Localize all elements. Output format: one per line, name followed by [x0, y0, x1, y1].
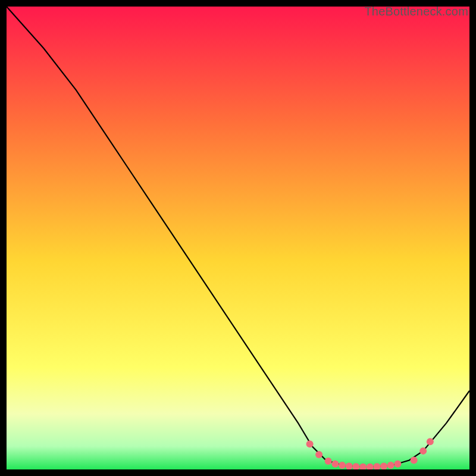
- curve-marker: [387, 462, 394, 469]
- curve-marker: [394, 461, 401, 468]
- curve-marker: [346, 463, 353, 469]
- chart-background: [7, 7, 469, 469]
- chart-frame: TheBottleneck.com: [7, 7, 469, 469]
- curve-marker: [306, 440, 314, 447]
- curve-marker: [315, 451, 322, 458]
- curve-marker: [419, 447, 427, 455]
- curve-marker: [325, 458, 332, 465]
- chart-svg: [7, 7, 469, 469]
- curve-marker: [331, 461, 339, 468]
- curve-marker: [339, 462, 346, 469]
- curve-marker: [380, 463, 387, 469]
- curve-marker: [427, 438, 434, 445]
- watermark-text: TheBottleneck.com: [364, 5, 468, 18]
- curve-marker: [411, 456, 418, 464]
